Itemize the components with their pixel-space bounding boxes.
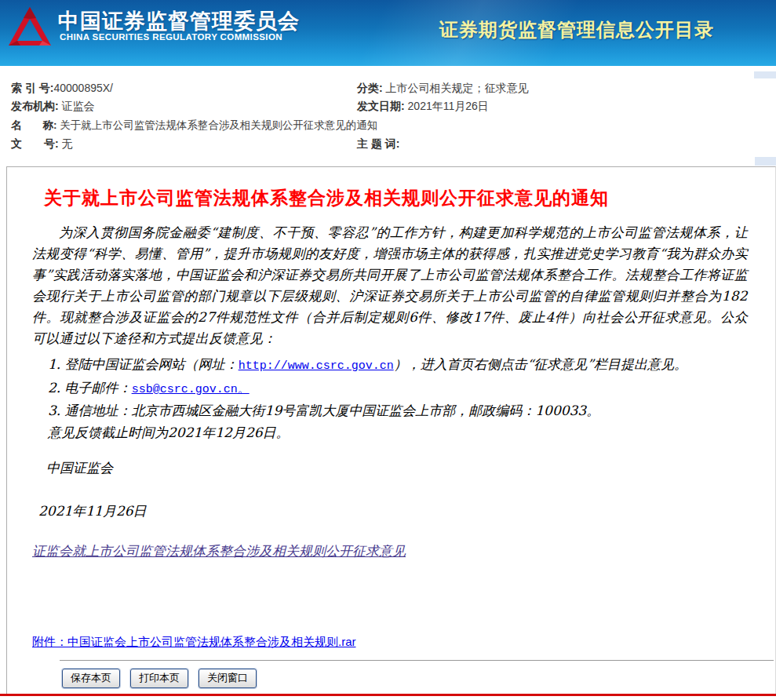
meta-index-label: 索 引 号: bbox=[11, 82, 53, 94]
meta-doc-no: 文 号: 无 bbox=[11, 137, 73, 151]
meta-doc-no-value: 无 bbox=[62, 137, 73, 150]
csrc-logo-icon bbox=[8, 5, 52, 49]
feedback-item-email-text: 2. 电子邮件： bbox=[48, 380, 132, 396]
feedback-item-address: 3. 通信地址：北京市西城区金融大街19号富凯大厦中国证监会上市部，邮政编码：1… bbox=[48, 400, 754, 422]
site-header: 中国证券监督管理委员会 CHINA SECURITIES REGULATORY … bbox=[0, 0, 776, 66]
meta-issuer: 发布机构: 证监会 bbox=[11, 100, 95, 114]
attachment-row: 附件：中国证监会上市公司监管法规体系整合涉及相关规则.rar bbox=[32, 635, 356, 650]
meta-index-value: 40000895X/ bbox=[53, 82, 113, 94]
feedback-item-website-tail: ），进入首页右侧点击“征求意见”栏目提出意见。 bbox=[394, 356, 687, 372]
meta-subject-label: 主 题 词: bbox=[357, 137, 399, 150]
meta-date: 发文日期: 2021年11月26日 bbox=[357, 100, 489, 114]
signature-date: 2021年11月26日 bbox=[38, 502, 147, 520]
signature-org: 中国证监会 bbox=[46, 459, 113, 477]
meta-name-label: 名 称: bbox=[11, 119, 57, 131]
meta-date-label: 发文日期: bbox=[357, 100, 405, 112]
meta-subject: 主 题 词: bbox=[357, 137, 399, 151]
feedback-item-email: 2. 电子邮件：ssb@csrc.gov.cn。 bbox=[48, 377, 754, 401]
meta-date-value: 2021年11月26日 bbox=[408, 100, 489, 112]
csrc-notice-page: 中国证券监督管理委员会 CHINA SECURITIES REGULATORY … bbox=[0, 0, 776, 700]
attachment-link[interactable]: 附件：中国证监会上市公司监管法规体系整合涉及相关规则.rar bbox=[32, 635, 356, 648]
feedback-email-link[interactable]: ssb@csrc.gov.cn。 bbox=[132, 383, 250, 396]
feedback-channel-list: 1. 登陆中国证监会网站（网址：http://www.csrc.gov.cn），… bbox=[48, 354, 754, 443]
save-page-button[interactable]: 保存本页 bbox=[62, 669, 120, 688]
close-window-button[interactable]: 关闭窗口 bbox=[199, 669, 257, 688]
org-name-cn: 中国证券监督管理委员会 bbox=[58, 7, 300, 35]
csrc-website-link[interactable]: http://www.csrc.gov.cn bbox=[239, 359, 394, 373]
document-meta: 索 引 号:40000895X/ 发布机构: 证监会 名 称: 关于就上市公司监… bbox=[0, 75, 776, 166]
meta-doc-no-label: 文 号: bbox=[11, 137, 59, 150]
meta-index: 索 引 号:40000895X/ bbox=[11, 82, 113, 96]
related-news-row: 证监会就上市公司监管法规体系整合涉及相关规则公开征求意见 bbox=[32, 542, 406, 560]
feedback-deadline: 意见反馈截止时间为2021年12月26日。 bbox=[48, 422, 754, 444]
directory-title: 证券期货监督管理信息公开目录 bbox=[439, 17, 714, 42]
feedback-item-website: 1. 登陆中国证监会网站（网址：http://www.csrc.gov.cn），… bbox=[48, 354, 754, 377]
feedback-item-website-text: 1. 登陆中国证监会网站（网址： bbox=[48, 356, 239, 372]
meta-name: 名 称: 关于就上市公司监管法规体系整合涉及相关规则公开征求意见的通知 bbox=[11, 118, 377, 133]
org-name-en: CHINA SECURITIES REGULATORY COMMISSION bbox=[60, 32, 282, 42]
meta-issuer-label: 发布机构: bbox=[11, 100, 59, 112]
print-page-button[interactable]: 打印本页 bbox=[130, 669, 188, 688]
meta-issuer-value: 证监会 bbox=[62, 100, 95, 112]
meta-name-value: 关于就上市公司监管法规体系整合涉及相关规则公开征求意见的通知 bbox=[60, 119, 377, 131]
action-button-row: 保存本页 打印本页 关闭窗口 bbox=[62, 669, 257, 688]
meta-category-value: 上市公司相关规定；征求意见 bbox=[386, 82, 529, 94]
meta-category: 分类: 上市公司相关规定；征求意见 bbox=[357, 82, 529, 96]
footer-red-rule bbox=[0, 694, 776, 696]
notice-paragraph: 为深入贯彻国务院金融委“建制度、不干预、零容忍”的工作方针，构建更加科学规范的上… bbox=[32, 222, 748, 349]
notice-title: 关于就上市公司监管法规体系整合涉及相关规则公开征求意见的通知 bbox=[44, 186, 609, 210]
notice-content-box: 关于就上市公司监管法规体系整合涉及相关规则公开征求意见的通知 为深入贯彻国务院金… bbox=[6, 166, 776, 695]
meta-category-label: 分类: bbox=[357, 82, 383, 94]
button-separator-line bbox=[60, 660, 774, 661]
related-news-link[interactable]: 证监会就上市公司监管法规体系整合涉及相关规则公开征求意见 bbox=[32, 543, 406, 559]
